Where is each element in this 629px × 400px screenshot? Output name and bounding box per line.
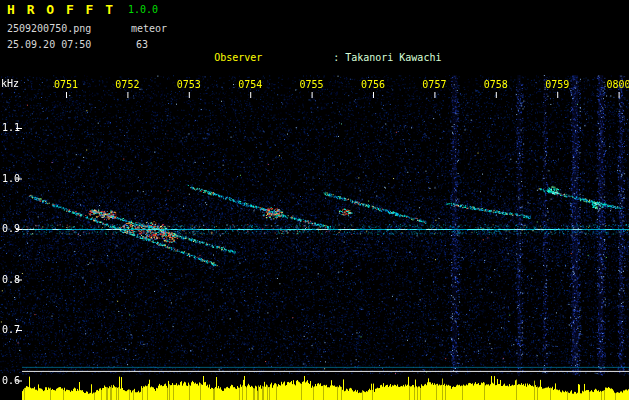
info-label: Observer <box>214 52 333 63</box>
x-tick-label: 0757 <box>422 79 446 90</box>
x-tick-label: 0758 <box>484 79 508 90</box>
app-title: H R O F F T <box>7 2 115 17</box>
info-value: Takanori Kawachi <box>345 52 441 63</box>
app-version: 1.0.0 <box>128 4 158 15</box>
timestamp: 25.09.20 07:50 <box>7 39 91 50</box>
x-tick-label: 0751 <box>54 79 78 90</box>
y-tick-label: 1.1 <box>2 122 20 134</box>
station-info: Observer:Takanori Kawachi Receiving Loca… <box>178 3 628 53</box>
x-tick-label: 0800 <box>607 79 629 90</box>
info-row-observer: Observer:Takanori Kawachi <box>178 41 628 52</box>
y-tick-label: 0.8 <box>2 274 20 286</box>
y-tick-label: 1.0 <box>2 173 20 185</box>
echo-count: 63 <box>136 39 148 50</box>
x-tick-label: 0759 <box>545 79 569 90</box>
y-tick-label: 0.7 <box>2 324 20 336</box>
x-tick-label: 0754 <box>238 79 262 90</box>
y-tick-label: 0.9 <box>2 223 20 235</box>
x-tick-label: 0752 <box>115 79 139 90</box>
output-filename: 2509200750.png <box>7 23 91 34</box>
y-tick-label: 0.6 <box>2 375 20 387</box>
x-tick-label: 0755 <box>300 79 324 90</box>
mode-label: meteor <box>131 23 167 34</box>
y-axis-unit: kHz <box>1 78 19 89</box>
x-tick-label: 0756 <box>361 79 385 90</box>
hrofft-screenshot: H R O F F T 1.0.0 2509200750.png meteor … <box>0 0 629 400</box>
spectrogram-canvas <box>0 75 629 400</box>
info-separator: : <box>333 52 345 63</box>
x-tick-label: 0753 <box>177 79 201 90</box>
